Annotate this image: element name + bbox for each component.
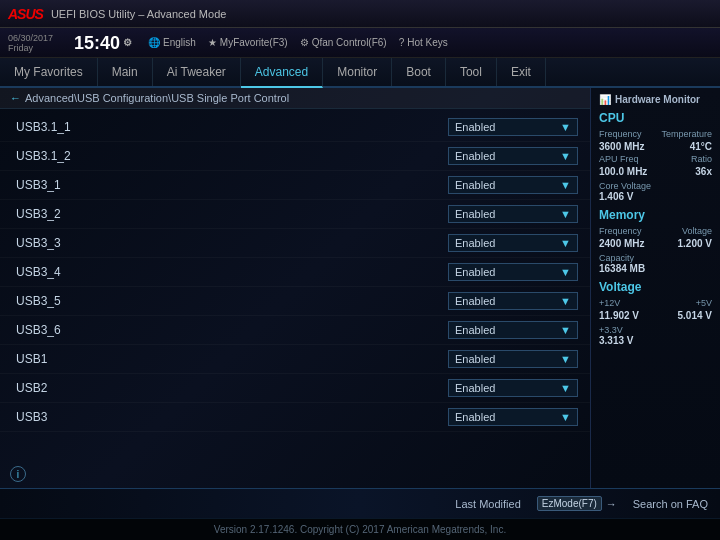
nav-advanced[interactable]: Advanced <box>241 58 323 88</box>
usb-row: USB3Enabled▼ <box>0 403 590 432</box>
dropdown-arrow-icon: ▼ <box>560 208 571 220</box>
dropdown-arrow-icon: ▼ <box>560 324 571 336</box>
usb-value-dropdown[interactable]: Enabled▼ <box>448 176 578 194</box>
usb-value-dropdown[interactable]: Enabled▼ <box>448 234 578 252</box>
mem-freq-value-row: 2400 MHz 1.200 V <box>599 238 712 249</box>
core-voltage-label: Core Voltage <box>599 181 712 191</box>
myfavorite-button[interactable]: ★ MyFavorite(F3) <box>208 37 288 48</box>
fan-icon: ⚙ <box>300 37 309 48</box>
v5-label: +5V <box>696 298 712 308</box>
cpu-apu-value: 100.0 MHz <box>599 166 647 177</box>
dropdown-arrow-icon: ▼ <box>560 179 571 191</box>
language-selector[interactable]: 🌐 English <box>148 37 196 48</box>
second-bar: 06/30/2017 Friday 15:40 ⚙ 🌐 English ★ My… <box>0 28 720 58</box>
usb-label: USB3 <box>16 410 47 424</box>
usb-value-text: Enabled <box>455 266 495 278</box>
qfan-button[interactable]: ⚙ Qfan Control(F6) <box>300 37 387 48</box>
top-bar: ASUS UEFI BIOS Utility – Advanced Mode <box>0 0 720 28</box>
core-voltage-value: 1.406 V <box>599 191 712 202</box>
usb-label: USB1 <box>16 352 47 366</box>
v12-row: +12V +5V <box>599 298 712 308</box>
nav-ai-tweaker[interactable]: Ai Tweaker <box>153 58 241 86</box>
usb-value-text: Enabled <box>455 411 495 423</box>
nav-tool[interactable]: Tool <box>446 58 497 86</box>
ezmode-key: EzMode(F7) <box>537 496 602 511</box>
v12-label: +12V <box>599 298 620 308</box>
cpu-apu-label: APU Freq <box>599 154 639 164</box>
mem-volt-value: 1.200 V <box>678 238 712 249</box>
mem-capacity-value: 16384 MB <box>599 263 712 274</box>
cpu-apu-value-row: 100.0 MHz 36x <box>599 166 712 177</box>
usb-row: USB3_6Enabled▼ <box>0 316 590 345</box>
asus-logo: ASUS <box>8 6 43 22</box>
dropdown-arrow-icon: ▼ <box>560 121 571 133</box>
usb-value-dropdown[interactable]: Enabled▼ <box>448 118 578 136</box>
v5-value: 5.014 V <box>678 310 712 321</box>
datetime: 06/30/2017 Friday <box>8 33 58 53</box>
hotkeys-button[interactable]: ? Hot Keys <box>399 37 448 48</box>
usb-list: USB3.1_1Enabled▼USB3.1_2Enabled▼USB3_1En… <box>0 109 590 460</box>
ezmode-button[interactable]: EzMode(F7) → <box>537 496 617 511</box>
dropdown-arrow-icon: ▼ <box>560 295 571 307</box>
mem-freq-label: Frequency <box>599 226 642 236</box>
back-arrow-icon[interactable]: ← <box>10 92 21 104</box>
nav-my-favorites[interactable]: My Favorites <box>0 58 98 86</box>
usb-label: USB3_2 <box>16 207 61 221</box>
usb-value-dropdown[interactable]: Enabled▼ <box>448 263 578 281</box>
cpu-temp-label: Temperature <box>661 129 712 139</box>
usb-label: USB3_5 <box>16 294 61 308</box>
v33-value: 3.313 V <box>599 335 712 346</box>
nav-boot[interactable]: Boot <box>392 58 446 86</box>
nav-main[interactable]: Main <box>98 58 153 86</box>
hotkeys-icon: ? <box>399 37 405 48</box>
last-modified-label: Last Modified <box>455 498 520 510</box>
usb-label: USB3.1_1 <box>16 120 71 134</box>
day-label: Friday <box>8 43 58 53</box>
mem-capacity-label: Capacity <box>599 253 712 263</box>
v12-value-row: 11.902 V 5.014 V <box>599 310 712 321</box>
usb-row: USB3_2Enabled▼ <box>0 200 590 229</box>
search-faq-button[interactable]: Search on FAQ <box>633 498 708 510</box>
usb-value-text: Enabled <box>455 179 495 191</box>
cpu-ratio-value: 36x <box>695 166 712 177</box>
usb-value-dropdown[interactable]: Enabled▼ <box>448 205 578 223</box>
usb-row: USB3_1Enabled▼ <box>0 171 590 200</box>
left-content: ← Advanced\USB Configuration\USB Single … <box>0 88 590 488</box>
favorite-label: MyFavorite(F3) <box>220 37 288 48</box>
usb-row: USB1Enabled▼ <box>0 345 590 374</box>
usb-value-text: Enabled <box>455 150 495 162</box>
usb-label: USB3_3 <box>16 236 61 250</box>
hotkeys-label: Hot Keys <box>407 37 448 48</box>
cpu-section-title: CPU <box>599 111 712 125</box>
breadcrumb-text: Advanced\USB Configuration\USB Single Po… <box>25 92 289 104</box>
info-button[interactable]: i <box>10 466 26 482</box>
top-icons-group: 🌐 English ★ MyFavorite(F3) ⚙ Qfan Contro… <box>148 37 448 48</box>
usb-value-dropdown[interactable]: Enabled▼ <box>448 321 578 339</box>
cpu-freq-label: Frequency <box>599 129 642 139</box>
usb-value-dropdown[interactable]: Enabled▼ <box>448 408 578 426</box>
dropdown-arrow-icon: ▼ <box>560 411 571 423</box>
footer: Version 2.17.1246. Copyright (C) 2017 Am… <box>0 518 720 540</box>
usb-label: USB2 <box>16 381 47 395</box>
hardware-monitor-panel: 📊 Hardware Monitor CPU Frequency Tempera… <box>590 88 720 488</box>
footer-text: Version 2.17.1246. Copyright (C) 2017 Am… <box>214 524 506 535</box>
monitor-title-text: Hardware Monitor <box>615 94 700 105</box>
usb-value-dropdown[interactable]: Enabled▼ <box>448 292 578 310</box>
hw-monitor-title: 📊 Hardware Monitor <box>599 94 712 105</box>
bios-title: UEFI BIOS Utility – Advanced Mode <box>51 8 226 20</box>
usb-value-text: Enabled <box>455 324 495 336</box>
usb-value-dropdown[interactable]: Enabled▼ <box>448 350 578 368</box>
mem-freq-value: 2400 MHz <box>599 238 645 249</box>
info-icon-bar: i <box>0 460 590 488</box>
usb-value-dropdown[interactable]: Enabled▼ <box>448 379 578 397</box>
usb-value-dropdown[interactable]: Enabled▼ <box>448 147 578 165</box>
bottom-bar: Last Modified EzMode(F7) → Search on FAQ <box>0 488 720 518</box>
usb-label: USB3_6 <box>16 323 61 337</box>
nav-exit[interactable]: Exit <box>497 58 546 86</box>
usb-value-text: Enabled <box>455 208 495 220</box>
usb-value-text: Enabled <box>455 121 495 133</box>
language-icon: 🌐 <box>148 37 160 48</box>
cpu-freq-value: 3600 MHz <box>599 141 645 152</box>
cpu-freq-value-row: 3600 MHz 41°C <box>599 141 712 152</box>
nav-monitor[interactable]: Monitor <box>323 58 392 86</box>
